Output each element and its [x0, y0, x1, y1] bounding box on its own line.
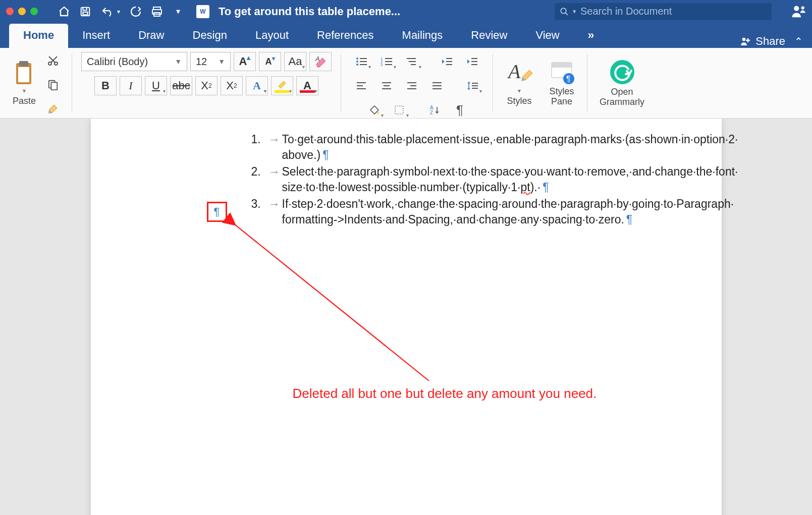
pilcrow-icon: ¶: [626, 213, 632, 226]
styles-button[interactable]: A ▾ Styles: [502, 52, 536, 114]
line-spacing-icon: [467, 81, 478, 91]
font-name-combo[interactable]: Calibri (Body)▼: [81, 52, 187, 71]
document-title: To get around this table placeme...: [219, 5, 400, 18]
minimize-window-button[interactable]: [18, 8, 26, 15]
search-input[interactable]: ▾ Search in Document: [555, 3, 772, 20]
collapse-ribbon-icon[interactable]: ⌃: [794, 35, 803, 47]
bold-button[interactable]: B: [94, 76, 117, 95]
increase-font-button[interactable]: A▴: [234, 52, 256, 71]
eraser-icon: A: [313, 55, 328, 68]
styles-label: Styles: [507, 96, 531, 106]
tab-arrow-icon: →: [268, 132, 280, 163]
svg-rect-28: [385, 64, 392, 65]
align-left-icon: [356, 81, 367, 90]
redo-icon[interactable]: [128, 4, 144, 20]
annotation-text: Deleted all but one but delete any amoun…: [293, 386, 597, 402]
account-icon[interactable]: [791, 4, 806, 19]
svg-rect-34: [446, 64, 452, 65]
group-font: Calibri (Body)▼ 12▼ A▴ A▾ Aa▾ A B I U▾ a…: [81, 52, 332, 114]
borders-button[interactable]: ▾: [388, 100, 410, 120]
print-icon[interactable]: [149, 4, 165, 20]
decrease-font-button[interactable]: A▾: [259, 52, 281, 71]
svg-rect-39: [472, 85, 478, 86]
svg-point-8: [742, 38, 746, 41]
document-list: 1. → To·get·around·this·table·placement·…: [251, 132, 691, 227]
decrease-indent-button[interactable]: [436, 52, 458, 71]
format-painter-button[interactable]: [43, 99, 63, 119]
numbering-button[interactable]: 123▾: [375, 52, 398, 71]
tab-more[interactable]: ››: [574, 24, 608, 48]
svg-rect-15: [51, 82, 57, 90]
increase-indent-button[interactable]: [461, 52, 483, 71]
svg-line-51: [235, 224, 429, 381]
tab-review[interactable]: Review: [457, 24, 521, 48]
styles-pane-label: Styles Pane: [549, 87, 574, 107]
svg-rect-20: [360, 61, 367, 62]
shading-button[interactable]: ▾: [363, 100, 385, 120]
tab-mailings[interactable]: Mailings: [388, 24, 457, 48]
multilevel-icon: [406, 56, 418, 67]
grammarly-icon: [609, 59, 635, 85]
scissors-icon: [47, 54, 59, 67]
svg-rect-36: [471, 61, 477, 62]
grammarly-button[interactable]: Open Grammarly: [597, 52, 647, 114]
tab-view[interactable]: View: [521, 24, 573, 48]
svg-point-5: [561, 8, 566, 14]
maximize-window-button[interactable]: [30, 8, 38, 15]
tab-arrow-icon: →: [268, 196, 280, 227]
show-paragraph-marks-button[interactable]: ¶: [449, 100, 471, 120]
home-icon[interactable]: [56, 4, 72, 20]
tab-references[interactable]: References: [303, 24, 388, 48]
copy-button[interactable]: [43, 75, 63, 94]
underline-button[interactable]: U▾: [145, 76, 167, 95]
strikethrough-button[interactable]: abc: [170, 76, 192, 95]
highlight-button[interactable]: ▾: [271, 76, 293, 95]
close-window-button[interactable]: [6, 8, 14, 15]
align-right-button[interactable]: [401, 76, 423, 95]
save-icon[interactable]: [77, 4, 93, 20]
svg-rect-47: [552, 63, 572, 68]
pilcrow-icon: ¶: [543, 181, 549, 194]
bucket-icon: [368, 105, 380, 115]
svg-point-7: [801, 6, 804, 9]
tab-draw[interactable]: Draw: [124, 24, 178, 48]
tab-insert[interactable]: Insert: [68, 24, 124, 48]
font-name-value: Calibri (Body): [87, 56, 148, 68]
tab-home[interactable]: Home: [9, 24, 68, 48]
line-spacing-button[interactable]: ▾: [461, 76, 483, 95]
align-center-button[interactable]: [375, 76, 398, 95]
subscript-button[interactable]: X2: [195, 76, 218, 95]
svg-rect-11: [18, 67, 29, 82]
bullets-button[interactable]: ▾: [350, 52, 372, 71]
sort-button[interactable]: AZ: [423, 100, 446, 120]
list-text: Select·the·paragraph·symbol·next·to·the·…: [282, 164, 738, 195]
customize-toolbar-icon[interactable]: ▾: [170, 4, 186, 20]
text-effects-button[interactable]: A▾: [246, 76, 268, 95]
clear-formatting-button[interactable]: A: [309, 52, 332, 71]
font-size-combo[interactable]: 12▼: [190, 52, 231, 71]
change-case-button[interactable]: Aa▾: [284, 52, 306, 71]
justify-button[interactable]: [426, 76, 448, 95]
cut-button[interactable]: [43, 51, 63, 70]
svg-point-41: [377, 112, 380, 115]
paste-button[interactable]: ▾ Paste: [9, 59, 39, 107]
svg-text:¶: ¶: [566, 75, 571, 83]
align-right-icon: [406, 81, 417, 90]
svg-rect-30: [409, 61, 416, 62]
annotation-highlight-box: ¶: [207, 202, 227, 222]
tab-layout[interactable]: Layout: [241, 24, 303, 48]
align-left-button[interactable]: [350, 76, 372, 95]
share-button[interactable]: Share: [739, 35, 785, 48]
superscript-button[interactable]: X2: [221, 76, 243, 95]
font-color-button[interactable]: A▾: [296, 76, 318, 95]
multilevel-list-button[interactable]: ▾: [401, 52, 423, 71]
svg-rect-38: [472, 83, 478, 84]
tab-design[interactable]: Design: [179, 24, 241, 48]
window-controls: [6, 8, 38, 15]
outdent-icon: [441, 56, 453, 67]
undo-icon[interactable]: ▾: [98, 4, 123, 20]
page[interactable]: 1. → To·get·around·this·table·placement·…: [91, 119, 722, 515]
styles-pane-button[interactable]: ¶ Styles Pane: [546, 52, 578, 114]
italic-button[interactable]: I: [120, 76, 142, 95]
svg-rect-29: [407, 58, 416, 59]
